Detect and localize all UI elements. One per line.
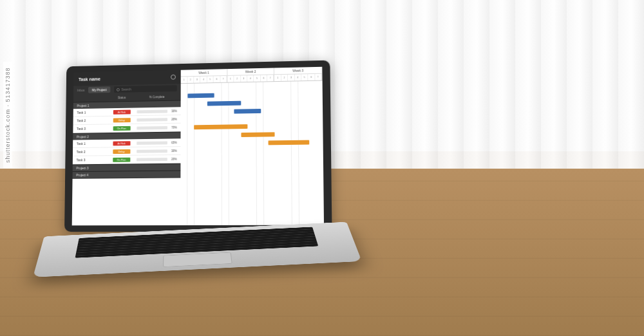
gantt-week: Week 31234567 bbox=[274, 67, 322, 81]
task-sidebar: Task name Inbox My Project Search Status… bbox=[72, 70, 181, 226]
gantt-bar[interactable] bbox=[207, 101, 241, 106]
gantt-bar[interactable] bbox=[241, 132, 275, 137]
task-name: Task 2 bbox=[77, 118, 106, 123]
pct-text: 30% bbox=[169, 149, 177, 153]
gantt-day: 1 bbox=[274, 75, 281, 81]
pct-bar bbox=[137, 141, 167, 145]
search-input[interactable]: Search bbox=[114, 85, 177, 93]
gantt-bar[interactable] bbox=[194, 124, 248, 129]
gantt-day: 1 bbox=[227, 76, 234, 82]
gantt-day: 2 bbox=[281, 75, 288, 81]
laptop: Task name Inbox My Project Search Status… bbox=[61, 61, 345, 306]
search-icon bbox=[117, 88, 120, 91]
status-badge: At Risk bbox=[113, 141, 130, 145]
gantt-day: 5 bbox=[207, 76, 214, 82]
task-list: Project 1Task 1At Risk30%Task 2Delay20%T… bbox=[73, 100, 181, 178]
gear-icon[interactable] bbox=[171, 75, 176, 80]
pct-text: 20% bbox=[169, 157, 177, 160]
gantt-day: 4 bbox=[295, 74, 302, 80]
status-badge: Delay bbox=[113, 149, 130, 153]
pct-text: 30% bbox=[169, 109, 177, 113]
gantt-day: 7 bbox=[315, 74, 322, 80]
pct-bar bbox=[137, 109, 167, 113]
gantt-body[interactable] bbox=[181, 81, 324, 225]
gantt-bar[interactable] bbox=[234, 109, 261, 114]
pct-bar bbox=[137, 126, 167, 129]
gantt-day: 3 bbox=[288, 75, 294, 81]
pct-text: 70% bbox=[169, 126, 177, 129]
pct-text: 20% bbox=[169, 117, 177, 120]
gantt-day: 2 bbox=[187, 77, 194, 83]
task-name: Task 3 bbox=[77, 126, 106, 131]
nav-my-project[interactable]: My Project bbox=[88, 86, 110, 93]
gantt-day: 1 bbox=[181, 77, 187, 83]
gantt-day: 3 bbox=[241, 75, 247, 82]
gantt-day: 4 bbox=[200, 77, 207, 83]
pct-bar bbox=[137, 158, 167, 161]
col-pct: % Complete bbox=[137, 95, 177, 98]
nav-inbox[interactable]: Inbox bbox=[77, 88, 85, 92]
watermark: shutterstock.com · 513417388 bbox=[3, 62, 12, 168]
gantt-day: 7 bbox=[220, 76, 227, 82]
gantt-chart: Week 11234567Week 21234567Week 31234567 bbox=[181, 67, 324, 225]
task-name: Task 1 bbox=[77, 110, 106, 115]
gantt-day: 6 bbox=[214, 76, 220, 82]
gantt-bar[interactable] bbox=[187, 93, 214, 98]
status-badge: Delay bbox=[113, 118, 130, 122]
gantt-day: 3 bbox=[194, 77, 200, 83]
gantt-bar[interactable] bbox=[268, 140, 309, 145]
task-name: Task 2 bbox=[77, 149, 106, 153]
gantt-day: 5 bbox=[254, 75, 260, 82]
task-name: Task 3 bbox=[77, 158, 106, 162]
task-name: Task 1 bbox=[77, 142, 106, 145]
gantt-day: 6 bbox=[308, 74, 315, 80]
pct-bar bbox=[137, 149, 167, 153]
empty-area bbox=[72, 177, 181, 225]
gantt-week: Week 11234567 bbox=[181, 69, 227, 83]
search-placeholder: Search bbox=[121, 88, 131, 91]
gantt-day: 2 bbox=[234, 75, 241, 82]
col-status: Status bbox=[107, 96, 137, 100]
pct-bar bbox=[137, 118, 167, 122]
gantt-day: 7 bbox=[267, 75, 274, 81]
app-title: Task name bbox=[79, 77, 100, 81]
gantt-day: 5 bbox=[301, 74, 308, 80]
status-badge: On Plan bbox=[113, 157, 130, 162]
gantt-week: Week 21234567 bbox=[227, 68, 274, 82]
screen: Task name Inbox My Project Search Status… bbox=[72, 67, 324, 226]
trackpad bbox=[163, 252, 232, 267]
gantt-day: 6 bbox=[261, 75, 267, 82]
screen-bezel: Task name Inbox My Project Search Status… bbox=[64, 61, 332, 232]
pct-text: 65% bbox=[169, 141, 177, 144]
gantt-day: 4 bbox=[247, 75, 254, 82]
status-badge: At Risk bbox=[113, 109, 130, 114]
status-badge: On Plan bbox=[113, 126, 130, 130]
